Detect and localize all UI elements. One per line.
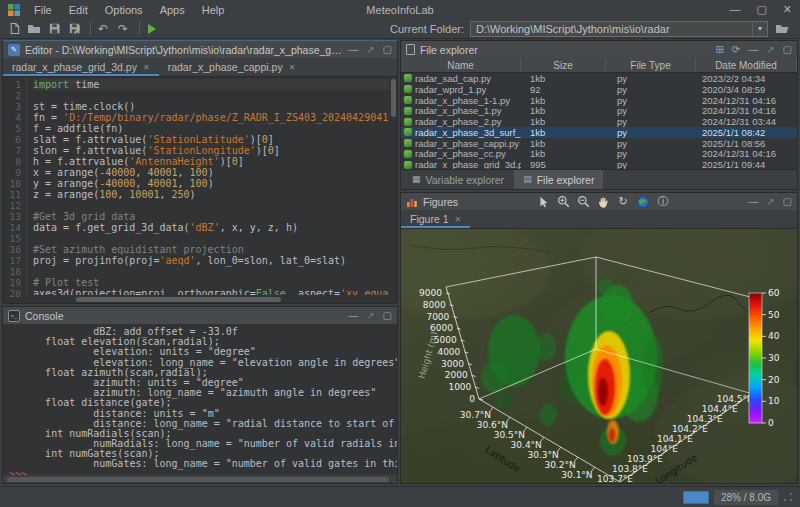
float-icon[interactable]: ↗ [766, 44, 774, 55]
browse-folder-button[interactable] [774, 21, 790, 36]
refresh-icon[interactable]: ⟳ [732, 44, 740, 55]
x-axis-tick-label: 103.7°E [597, 474, 633, 483]
window-minimize-button[interactable]: — [729, 3, 740, 16]
column-header-file-type[interactable]: File Type [606, 58, 696, 72]
console-icon: >_ [8, 310, 20, 322]
editor-panel: ✎ Editor - D:\Working\MIScript\Jython\mi… [2, 40, 398, 304]
editor-header: ✎ Editor - D:\Working\MIScript\Jython\mi… [3, 41, 397, 58]
code-line: slon = f.attrvalue('StationLongitude')[0… [33, 145, 389, 156]
y-axis-tick-label: 30.7°N [460, 410, 491, 420]
new-page-icon[interactable]: ⊞ [715, 44, 723, 55]
globe-button[interactable] [636, 195, 650, 209]
resize-grip[interactable] [783, 492, 793, 502]
menu-apps[interactable]: Apps [160, 4, 185, 16]
table-row[interactable]: radar_x_phase_3d_surf_allsc...1kbpy2025/… [401, 127, 797, 138]
table-row[interactable]: radar_wprd_1.py92py2020/3/4 08:59 [401, 84, 797, 95]
code-editor[interactable]: 1234567891011121314151617181920 import t… [3, 77, 397, 303]
editor-tab[interactable]: radar_x_phase_grid_3d.py✕ [3, 58, 159, 76]
editor-horizontal-scrollbar[interactable] [28, 296, 389, 303]
info-button[interactable]: ⓘ [656, 195, 670, 209]
minimize-icon[interactable]: — [348, 44, 358, 55]
code-line [33, 266, 389, 277]
maximize-icon[interactable]: ▢ [383, 44, 392, 55]
scrollbar-thumb[interactable] [391, 79, 396, 117]
file-modified: 2025/1/1 09:44 [696, 159, 797, 169]
column-header-size[interactable]: Size [521, 58, 606, 72]
file-name: radar_x_phase_cc.py [415, 148, 506, 159]
run-script-button[interactable] [144, 21, 160, 36]
open-file-button[interactable] [26, 21, 42, 36]
save-button[interactable] [46, 21, 62, 36]
scrollbar-thumb[interactable] [7, 477, 389, 482]
window-maximize-button[interactable]: ▢ [756, 3, 766, 16]
file-type: py [606, 138, 696, 149]
float-icon[interactable]: ↗ [766, 196, 774, 207]
line-number: 11 [3, 189, 21, 200]
table-row[interactable]: radar_x_phase_cc.py1kbpy2024/12/31 04:16 [401, 149, 797, 160]
float-icon[interactable]: ↗ [366, 44, 374, 55]
new-file-button[interactable] [6, 21, 22, 36]
table-row[interactable]: radar_x_phase_2.py1kbpy2024/12/31 03:44 [401, 116, 797, 127]
tab-figure-1[interactable]: Figure 1 ✕ [401, 210, 470, 228]
figures-header: Figures [401, 193, 797, 210]
line-number: 17 [3, 255, 21, 266]
minimize-icon[interactable]: — [748, 44, 758, 55]
scrollbar-thumb[interactable] [76, 297, 281, 302]
console-output[interactable]: dBZ: add_offset = -33.0f float elevation… [3, 324, 397, 475]
line-number: 7 [3, 145, 21, 156]
undo-button[interactable]: ↶ [95, 21, 111, 36]
close-tab-icon[interactable]: ✕ [289, 63, 296, 72]
table-row[interactable]: radar_x_phase_1-1.py1kbpy2024/12/31 04:1… [401, 95, 797, 106]
rotate-button[interactable]: ↻ [616, 195, 630, 209]
table-row[interactable]: radar_x_phase_1.py1kbpy2024/12/31 04:16 [401, 105, 797, 116]
menu-edit[interactable]: Edit [69, 4, 88, 16]
tab-label: Variable explorer [426, 174, 505, 186]
editor-vertical-scrollbar[interactable] [390, 77, 397, 295]
table-row[interactable]: radar_x_phase_cappi.py1kbpy2025/1/1 08:5… [401, 138, 797, 149]
memory-usage-label[interactable]: 28% / 8.0G [714, 490, 778, 505]
menu-file[interactable]: File [34, 4, 52, 16]
zoom-out-button[interactable] [576, 195, 590, 209]
close-tab-icon[interactable]: ✕ [455, 215, 462, 224]
minimize-icon[interactable]: — [348, 310, 358, 321]
minimize-icon[interactable]: — [748, 196, 758, 207]
menu-help[interactable]: Help [202, 4, 225, 16]
pan-button[interactable] [596, 195, 610, 209]
select-cursor-button[interactable] [536, 195, 550, 209]
close-tab-icon[interactable]: ✕ [143, 63, 150, 72]
console-horizontal-scrollbar[interactable] [3, 476, 397, 483]
menu-options[interactable]: Options [105, 4, 143, 16]
code-line: #Set azimuth equidistant projection [33, 244, 389, 255]
x-axis-tick-label: 104.1°E [657, 434, 693, 444]
z-axis-tick-label: 8000 [423, 300, 446, 310]
current-folder-combobox[interactable]: D:\Working\MIScript\Jython\mis\io\radar … [470, 21, 768, 37]
table-row[interactable]: radar_x_phase_grid_3d.py995py2025/1/1 09… [401, 159, 797, 169]
colorbar-tick-label: 50 [768, 310, 780, 320]
file-modified: 2025/1/1 08:42 [696, 127, 797, 138]
editor-tab[interactable]: radar_x_phase_cappi.py✕ [159, 58, 305, 76]
maximize-icon[interactable]: ▢ [783, 196, 792, 207]
tab-file-explorer[interactable]: ▤File explorer [514, 170, 603, 189]
z-axis-tick-label: 9000 [419, 288, 442, 298]
plot-3d-svg[interactable]: 0100020003000400050006000700080009000Hei… [401, 229, 797, 483]
hand-icon [597, 195, 609, 208]
maximize-icon[interactable]: ▢ [383, 310, 392, 321]
console-prompt[interactable]: >>> [9, 470, 397, 475]
table-row[interactable]: radar_sad_cap.py1kbpy2023/2/2 04:34 [401, 73, 797, 84]
tab-variable-explorer[interactable]: ▦Variable explorer [403, 170, 513, 189]
redo-button[interactable]: ↷ [115, 21, 131, 36]
file-table-rows: radar_sad_cap.py1kbpy2023/2/2 04:34radar… [401, 73, 797, 169]
column-header-name[interactable]: Name [401, 58, 521, 72]
chevron-down-icon[interactable]: ▾ [752, 22, 767, 36]
save-as-button[interactable] [66, 21, 82, 36]
colorbar-tick-label: 40 [768, 331, 780, 341]
line-number: 5 [3, 123, 21, 134]
line-number: 4 [3, 112, 21, 123]
figure-canvas[interactable]: 0100020003000400050006000700080009000Hei… [401, 229, 797, 483]
zoom-in-button[interactable] [556, 195, 570, 209]
maximize-icon[interactable]: ▢ [783, 44, 792, 55]
window-close-button[interactable]: ✕ [783, 3, 792, 16]
grid-icon: ▦ [412, 175, 421, 184]
float-icon[interactable]: ↗ [366, 310, 374, 321]
column-header-date-modified[interactable]: Date Modified [696, 58, 797, 72]
